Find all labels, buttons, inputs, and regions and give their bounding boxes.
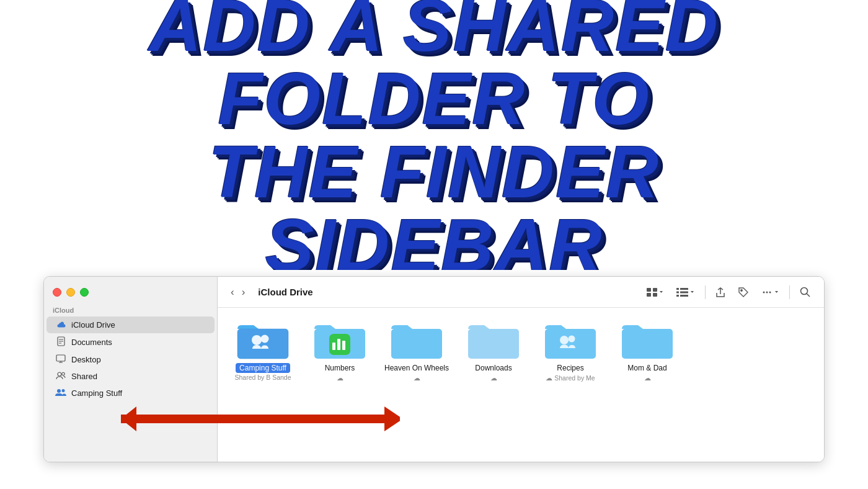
icon-view-button[interactable] xyxy=(643,286,668,298)
title-area: ADD A SHARED FOLDER TO THE FINDER SIDEBA… xyxy=(0,0,868,270)
svg-point-25 xyxy=(801,288,808,295)
svg-rect-11 xyxy=(647,288,651,292)
close-button[interactable] xyxy=(53,288,61,297)
svg-rect-18 xyxy=(680,291,688,293)
svg-rect-41 xyxy=(622,329,673,359)
camping-stuff-sublabel: Shared by B Sande xyxy=(234,374,291,381)
svg-point-39 xyxy=(560,336,569,344)
svg-point-8 xyxy=(61,372,64,375)
finder-main: ‹ › iCloud Drive xyxy=(218,277,824,462)
svg-rect-13 xyxy=(647,293,651,297)
tag-button[interactable] xyxy=(734,285,753,300)
file-item-recipes[interactable]: Recipes ☁ Shared by Me xyxy=(536,316,604,453)
svg-rect-35 xyxy=(342,341,345,350)
file-item-mom-dad[interactable]: Mom & Dad ☁ xyxy=(613,316,681,453)
file-item-downloads[interactable]: Downloads ☁ xyxy=(459,316,528,453)
svg-line-26 xyxy=(807,294,810,297)
maximize-button[interactable] xyxy=(80,288,89,297)
list-view-button[interactable] xyxy=(673,286,699,298)
sidebar-section-icloud: iCloud xyxy=(44,305,217,316)
location-title: iCloud Drive xyxy=(258,287,633,297)
svg-point-10 xyxy=(62,389,65,392)
toolbar-actions xyxy=(643,285,814,300)
svg-rect-36 xyxy=(391,329,442,359)
svg-rect-37 xyxy=(468,329,519,359)
group-icon xyxy=(55,388,66,398)
svg-rect-17 xyxy=(676,291,679,293)
svg-rect-16 xyxy=(680,288,688,290)
sidebar-item-camping-stuff[interactable]: Camping Stuff xyxy=(46,385,215,402)
mom-dad-sublabel: ☁ xyxy=(644,374,651,382)
downloads-sublabel: ☁ xyxy=(490,374,497,382)
svg-rect-27 xyxy=(237,329,288,359)
sidebar-label-desktop: Desktop xyxy=(71,355,101,364)
svg-point-24 xyxy=(769,291,771,293)
nav-buttons: ‹ › xyxy=(228,284,248,300)
file-grid: Camping Stuff Shared by B Sande xyxy=(218,308,824,462)
svg-point-30 xyxy=(261,335,269,343)
numbers-folder-icon xyxy=(312,316,368,361)
finder-sidebar: iCloud iCloud Drive xyxy=(44,277,218,462)
svg-point-7 xyxy=(58,372,61,376)
sidebar-label-camping-stuff: Camping Stuff xyxy=(71,388,122,398)
svg-rect-33 xyxy=(332,343,335,350)
sidebar-item-documents[interactable]: Documents xyxy=(46,333,215,351)
sidebar-label-documents: Documents xyxy=(71,338,112,347)
traffic-lights xyxy=(44,282,217,305)
file-item-numbers[interactable]: Numbers ☁ xyxy=(306,316,374,453)
share-button[interactable] xyxy=(712,285,729,300)
svg-point-40 xyxy=(569,336,575,343)
finder-window: iCloud iCloud Drive xyxy=(43,276,825,462)
downloads-label: Downloads xyxy=(475,364,512,374)
toolbar-separator-2 xyxy=(789,285,790,299)
svg-point-22 xyxy=(763,291,765,293)
heaven-on-wheels-folder-icon xyxy=(389,316,445,361)
file-item-heaven-on-wheels[interactable]: Heaven On Wheels ☁ xyxy=(383,316,451,453)
sidebar-item-desktop[interactable]: Desktop xyxy=(46,351,215,368)
sidebar-item-shared[interactable]: Shared xyxy=(46,368,215,385)
sidebar-item-icloud-drive[interactable]: iCloud Drive xyxy=(46,316,215,333)
minimize-button[interactable] xyxy=(66,288,75,297)
mom-dad-folder-icon xyxy=(619,316,675,361)
svg-rect-14 xyxy=(653,293,657,297)
svg-rect-19 xyxy=(676,295,679,297)
more-button[interactable] xyxy=(758,285,783,300)
toolbar-separator-1 xyxy=(705,285,706,299)
search-button[interactable] xyxy=(796,285,814,299)
heaven-on-wheels-label: Heaven On Wheels xyxy=(384,364,449,374)
sidebar-label-icloud-drive: iCloud Drive xyxy=(71,320,115,330)
camping-stuff-label: Camping Stuff xyxy=(236,363,290,373)
svg-point-21 xyxy=(741,289,742,290)
recipes-folder-icon xyxy=(542,316,598,361)
desktop-icon xyxy=(55,354,66,365)
downloads-folder-icon xyxy=(466,316,521,361)
svg-rect-20 xyxy=(680,295,688,297)
finder-toolbar: ‹ › iCloud Drive xyxy=(218,277,824,308)
main-title: ADD A SHARED FOLDER TO THE FINDER SIDEBA… xyxy=(37,0,831,282)
svg-point-29 xyxy=(252,335,262,345)
svg-rect-34 xyxy=(337,339,340,350)
svg-point-9 xyxy=(57,389,61,393)
recipes-sublabel: ☁ Shared by Me xyxy=(546,374,595,382)
svg-rect-15 xyxy=(676,288,679,290)
shared-folder-icon xyxy=(55,371,66,382)
forward-button[interactable]: › xyxy=(239,284,249,300)
svg-point-23 xyxy=(766,291,768,293)
mom-dad-label: Mom & Dad xyxy=(627,364,666,374)
file-item-camping-stuff[interactable]: Camping Stuff Shared by B Sande xyxy=(229,316,297,453)
sidebar-label-shared: Shared xyxy=(71,372,97,381)
numbers-sublabel: ☁ xyxy=(337,374,343,382)
numbers-label: Numbers xyxy=(325,364,355,374)
svg-rect-4 xyxy=(56,355,65,361)
camping-stuff-folder-icon xyxy=(235,316,291,361)
icloud-icon xyxy=(55,320,66,330)
svg-rect-38 xyxy=(545,329,596,359)
svg-rect-12 xyxy=(653,288,657,292)
recipes-label: Recipes xyxy=(557,364,583,374)
document-icon xyxy=(55,336,66,348)
finder-area: iCloud iCloud Drive xyxy=(0,270,868,489)
heaven-on-wheels-sublabel: ☁ xyxy=(414,374,420,382)
back-button[interactable]: ‹ xyxy=(228,284,237,300)
